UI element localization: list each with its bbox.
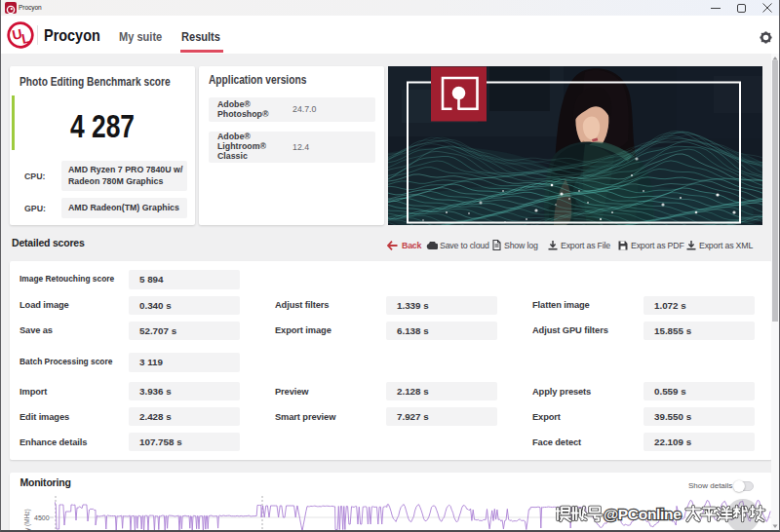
svg-text:L: L: [20, 29, 32, 46]
svg-text:y (MHz): y (MHz): [23, 509, 31, 531]
svg-text:@PConline: @PConline: [604, 506, 682, 522]
svg-text:4500: 4500: [34, 514, 50, 521]
